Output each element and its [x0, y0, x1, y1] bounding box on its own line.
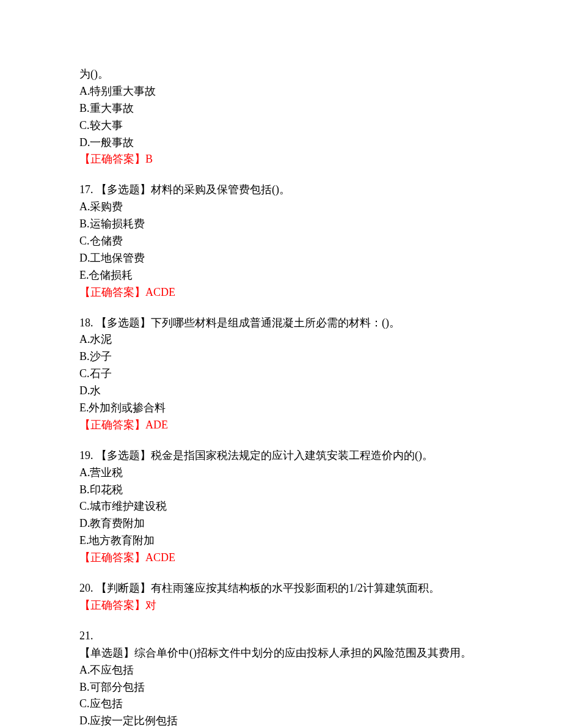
answer-label: 【正确答案】	[79, 599, 145, 611]
question-21-option-D: D.应按一定比例包括	[79, 713, 483, 728]
question-18-option-B: B.沙子	[79, 348, 483, 366]
question-21-option-C: C.应包括	[79, 696, 483, 713]
answer-value: 对	[145, 599, 156, 611]
question-17: 17. 【多选题】材料的采购及保管费包括()。 A.采购费 B.运输损耗费 C.…	[79, 182, 483, 301]
question-19-option-B: B.印花税	[79, 482, 483, 499]
question-19-answer: 【正确答案】ACDE	[79, 550, 483, 567]
question-17-option-A: A.采购费	[79, 199, 483, 216]
question-17-answer: 【正确答案】ACDE	[79, 284, 483, 301]
question-16-option-D: D.一般事故	[79, 134, 483, 152]
question-17-option-C: C.仓储费	[79, 233, 483, 250]
answer-label: 【正确答案】	[79, 419, 145, 431]
question-17-option-D: D.工地保管费	[79, 250, 483, 267]
question-18-option-A: A.水泥	[79, 331, 483, 348]
question-18-option-D: D.水	[79, 383, 483, 400]
question-16-option-B: B.重大事故	[79, 100, 483, 117]
question-17-stem: 17. 【多选题】材料的采购及保管费包括()。	[79, 182, 483, 199]
question-21-num: 21.	[79, 628, 483, 645]
question-16-option-C: C.较大事	[79, 117, 483, 134]
question-16-answer: 【正确答案】B	[79, 151, 483, 168]
question-16-option-A: A.特别重大事故	[79, 83, 483, 100]
question-18-answer: 【正确答案】ADE	[79, 417, 483, 434]
question-18-option-E: E.外加剂或掺合料	[79, 400, 483, 417]
question-21-stem: 【单选题】综合单价中()招标文件中划分的应由投标人承担的风险范围及其费用。	[79, 645, 483, 662]
question-20-stem: 20. 【判断题】有柱雨篷应按其结构板的水平投影面积的1/2计算建筑面积。	[79, 580, 483, 597]
question-16-stem-cont: 为()。	[79, 66, 483, 83]
question-19-option-C: C.城市维护建设税	[79, 498, 483, 515]
question-20: 20. 【判断题】有柱雨篷应按其结构板的水平投影面积的1/2计算建筑面积。 【正…	[79, 580, 483, 614]
question-18-option-C: C.石子	[79, 366, 483, 383]
answer-value: ACDE	[145, 286, 175, 298]
question-19-stem: 19. 【多选题】税金是指国家税法规定的应计入建筑安装工程造价内的()。	[79, 447, 483, 465]
answer-label: 【正确答案】	[79, 551, 145, 564]
question-18-stem: 18. 【多选题】下列哪些材料是组成普通混凝土所必需的材料：()。	[79, 315, 483, 332]
answer-value: ADE	[145, 419, 168, 431]
question-18: 18. 【多选题】下列哪些材料是组成普通混凝土所必需的材料：()。 A.水泥 B…	[79, 315, 483, 434]
question-19: 19. 【多选题】税金是指国家税法规定的应计入建筑安装工程造价内的()。 A.营…	[79, 447, 483, 567]
question-16: 为()。 A.特别重大事故 B.重大事故 C.较大事 D.一般事故 【正确答案】…	[79, 66, 483, 168]
answer-label: 【正确答案】	[79, 153, 145, 165]
answer-value: ACDE	[145, 551, 175, 564]
question-17-option-B: B.运输损耗费	[79, 216, 483, 233]
question-19-option-A: A.营业税	[79, 465, 483, 482]
question-17-option-E: E.仓储损耗	[79, 267, 483, 284]
question-19-option-D: D.教育费附加	[79, 515, 483, 532]
question-21: 21. 【单选题】综合单价中()招标文件中划分的应由投标人承担的风险范围及其费用…	[79, 628, 483, 728]
question-21-option-A: A.不应包括	[79, 662, 483, 679]
answer-label: 【正确答案】	[79, 286, 145, 298]
question-20-answer: 【正确答案】对	[79, 597, 483, 614]
answer-value: B	[145, 153, 153, 165]
question-19-option-E: E.地方教育附加	[79, 532, 483, 550]
question-21-option-B: B.可部分包括	[79, 679, 483, 696]
